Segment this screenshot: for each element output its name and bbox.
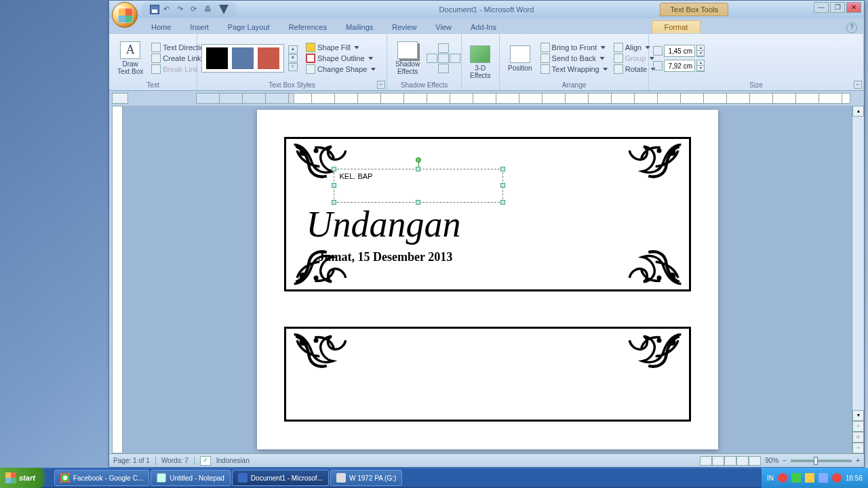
style-swatch-blue[interactable] — [232, 47, 254, 69]
taskbar-item[interactable]: Facebook - Google C... — [54, 470, 149, 486]
language-indicator[interactable]: Indonesian — [216, 457, 250, 464]
textbox-content[interactable]: KEL. BAP — [340, 172, 373, 180]
nudge-left[interactable] — [427, 54, 437, 63]
tab-review[interactable]: Review — [382, 21, 426, 33]
height-spinner[interactable]: ▴▾ — [696, 45, 705, 57]
draft-view[interactable] — [749, 456, 761, 466]
tab-insert[interactable]: Insert — [180, 21, 218, 33]
style-swatch-black[interactable] — [206, 47, 228, 69]
next-page-icon[interactable]: ◦ — [852, 443, 864, 453]
resize-handle[interactable] — [416, 167, 420, 171]
word-count[interactable]: Words: 7 — [161, 457, 189, 464]
horizontal-ruler[interactable] — [196, 93, 850, 104]
tab-add-ins[interactable]: Add-Ins — [461, 21, 506, 33]
full-screen-view[interactable] — [712, 456, 724, 466]
zoom-level[interactable]: 90% — [765, 457, 778, 464]
resize-handle[interactable] — [500, 200, 505, 205]
tab-mailings[interactable]: Mailings — [336, 21, 382, 33]
help-icon[interactable]: ? — [846, 22, 857, 33]
canvas[interactable]: KEL. BAP Undangan Jumat, 15 Desember 201… — [123, 106, 852, 453]
text-box-style-gallery[interactable] — [201, 44, 284, 73]
gallery-down-icon[interactable]: ▾ — [288, 54, 298, 62]
height-input[interactable] — [664, 45, 695, 57]
word-window: ↶ ↷ ⟳ 🖶 Document1 - Microsoft Word Text … — [108, 0, 865, 468]
quick-access-toolbar: ↶ ↷ ⟳ 🖶 — [142, 2, 237, 17]
wrap-icon — [540, 64, 550, 74]
clock[interactable]: 16:56 — [846, 474, 863, 482]
rotate-handle[interactable] — [416, 157, 421, 163]
web-layout-view[interactable] — [724, 456, 736, 466]
bring-to-front-button[interactable]: Bring to Front — [539, 43, 610, 52]
draw-text-box-button[interactable]: A Draw Text Box — [113, 37, 147, 80]
nudge-right[interactable] — [450, 54, 460, 63]
language-icon[interactable]: IN — [767, 474, 774, 482]
width-spinner[interactable]: ▴▾ — [696, 60, 705, 72]
tab-page-layout[interactable]: Page Layout — [218, 21, 279, 33]
restore-button[interactable]: ❐ — [830, 2, 845, 13]
start-button[interactable]: start — [0, 468, 47, 488]
back-icon — [540, 54, 550, 63]
prev-page-icon[interactable]: ◦ — [852, 421, 864, 432]
tray-icon[interactable] — [832, 473, 842, 483]
shape-fill-button[interactable]: Shape Fill — [304, 43, 377, 52]
undo-icon[interactable]: ↶ — [163, 5, 173, 14]
browse-object-icon[interactable]: ○ — [852, 432, 864, 443]
tray-icon[interactable] — [778, 473, 787, 483]
svg-point-11 — [656, 338, 661, 343]
sync-icon[interactable]: ⟳ — [191, 5, 200, 14]
scroll-down-icon[interactable]: ▾ — [852, 410, 864, 421]
minimize-button[interactable]: — — [814, 2, 829, 13]
zoom-in-button[interactable]: + — [856, 457, 860, 464]
taskbar-item[interactable]: Document1 - Microsof... — [232, 470, 329, 486]
invitation-date: Jumat, 15 Desember 2013 — [319, 250, 453, 264]
resize-handle[interactable] — [332, 183, 336, 188]
resize-handle[interactable] — [500, 167, 505, 171]
svg-point-9 — [313, 338, 318, 343]
tray-icon[interactable] — [818, 473, 828, 483]
3d-effects-button[interactable]: 3-D Effects — [466, 41, 494, 84]
outline-view[interactable] — [736, 456, 749, 466]
width-input[interactable] — [664, 60, 695, 72]
style-swatch-red[interactable] — [258, 47, 279, 69]
nudge-up[interactable] — [438, 43, 449, 53]
tab-format[interactable]: Format — [652, 20, 701, 33]
print-preview-icon[interactable]: 🖶 — [204, 5, 214, 14]
shape-outline-button[interactable]: Shape Outline — [304, 54, 377, 63]
taskbar-item[interactable]: W 1972 PA (G:) — [330, 470, 402, 486]
close-button[interactable]: ✕ — [846, 2, 861, 13]
ruler-corner[interactable] — [112, 93, 128, 104]
vertical-ruler[interactable] — [112, 106, 123, 453]
office-button[interactable] — [112, 2, 138, 28]
tab-references[interactable]: References — [279, 21, 336, 33]
page-indicator[interactable]: Page: 1 of 1 — [113, 457, 150, 464]
shadow-effects-button[interactable]: Shadow Effects — [391, 37, 424, 80]
text-wrapping-button[interactable]: Text Wrapping — [539, 64, 610, 74]
zoom-slider[interactable] — [791, 460, 852, 462]
position-button[interactable]: Position — [504, 37, 536, 80]
resize-handle[interactable] — [500, 183, 505, 188]
qat-dropdown-icon[interactable] — [219, 5, 229, 14]
zoom-out-button[interactable]: − — [783, 457, 787, 464]
print-layout-view[interactable] — [700, 456, 712, 466]
gallery-more-icon[interactable]: ▿ — [288, 63, 298, 71]
size-dialog-launcher[interactable]: ⌐ — [854, 81, 862, 89]
tab-home[interactable]: Home — [142, 21, 180, 33]
gallery-up-icon[interactable]: ▴ — [288, 45, 298, 54]
selected-text-box[interactable]: KEL. BAP — [334, 169, 503, 203]
redo-icon[interactable]: ↷ — [177, 5, 186, 14]
tray-icon[interactable] — [805, 473, 814, 483]
spellcheck-icon[interactable] — [200, 456, 211, 466]
flourish-icon — [290, 331, 351, 379]
resize-handle[interactable] — [332, 167, 336, 171]
tab-view[interactable]: View — [426, 21, 461, 33]
tray-icon[interactable] — [791, 473, 801, 483]
save-icon[interactable] — [150, 5, 159, 14]
scroll-up-icon[interactable]: ▴ — [852, 106, 864, 117]
taskbar-item[interactable]: Untitled - Notepad — [151, 470, 231, 486]
styles-dialog-launcher[interactable]: ⌐ — [377, 81, 385, 89]
change-shape-button[interactable]: Change Shape — [304, 64, 377, 74]
vertical-scrollbar[interactable]: ▴ ▾ ◦ ○ ◦ — [852, 106, 864, 453]
send-to-back-button[interactable]: Send to Back — [539, 54, 610, 63]
nudge-center[interactable] — [438, 54, 449, 63]
nudge-down[interactable] — [438, 64, 449, 73]
